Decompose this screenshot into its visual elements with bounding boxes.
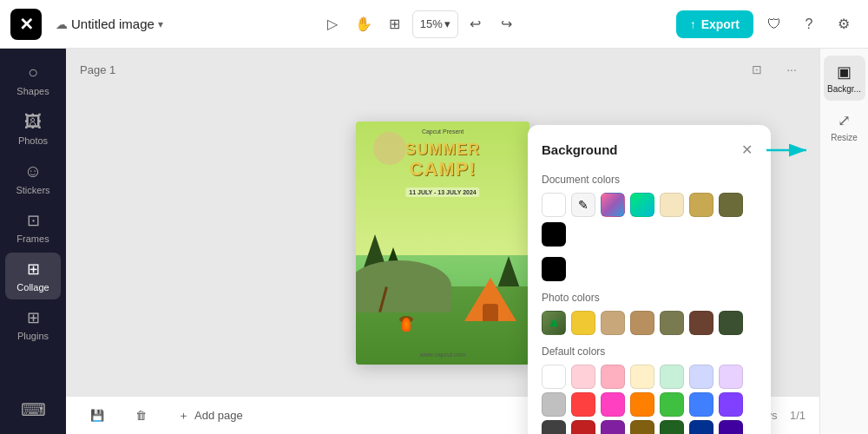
sidebar-label-photos: Photos xyxy=(18,135,48,146)
photo-colors-row: 🌲 xyxy=(542,311,757,335)
settings-button[interactable]: ⚙ xyxy=(830,10,858,38)
color-swatch-cream[interactable] xyxy=(660,193,684,217)
dc-white[interactable] xyxy=(542,365,566,389)
sidebar-label-collage: Collage xyxy=(16,282,49,293)
poster-moon xyxy=(373,132,406,165)
zoom-value: 15% xyxy=(420,17,443,30)
tab-resize[interactable]: ⤢ Resize xyxy=(824,104,865,149)
canvas-top-bar: Page 1 ⊡ ··· xyxy=(66,49,819,90)
document-title: Untitled image xyxy=(71,16,155,31)
dc-cream[interactable] xyxy=(630,365,654,389)
shapes-icon: ○ xyxy=(28,62,38,82)
shield-button[interactable]: 🛡 xyxy=(760,10,788,38)
right-panel: ▣ Backgr... ⤢ Resize xyxy=(819,49,868,434)
dc-purple[interactable] xyxy=(719,392,743,417)
resize-tab-label: Resize xyxy=(831,133,858,142)
undo-button[interactable]: ↩ xyxy=(462,10,490,38)
sidebar-item-frames[interactable]: ⊡ Frames xyxy=(5,204,61,251)
help-button[interactable]: ? xyxy=(795,10,823,38)
dc-blue[interactable] xyxy=(689,392,713,417)
title-chevron[interactable]: ▾ xyxy=(158,18,163,30)
photo-color-dark-green[interactable] xyxy=(719,311,743,335)
topbar-tools: ▷ ✋ ⊞ 15% ▾ ↩ ↪ xyxy=(319,10,521,38)
sidebar-item-stickers[interactable]: ☺ Stickers xyxy=(5,155,61,202)
page-preview: Capcut Present SUMMER CAMP! 11 JULY - 13… xyxy=(356,122,529,365)
dc-orange[interactable] xyxy=(630,392,654,417)
color-swatch-gradient2[interactable] xyxy=(630,193,654,217)
zoom-chevron-icon: ▾ xyxy=(444,17,450,30)
dc-dark-purple[interactable] xyxy=(601,420,625,434)
zoom-control[interactable]: 15% ▾ xyxy=(412,10,458,38)
dc-dark-red[interactable] xyxy=(571,420,595,434)
photo-color-olive2[interactable] xyxy=(660,311,684,335)
background-panel: Background ✕ Document colors ✎ xyxy=(528,125,771,434)
main-area: ○ Shapes 🖼 Photos ☺ Stickers ⊡ Frames ⊞ … xyxy=(0,49,868,434)
sidebar-item-keyboard[interactable]: ⌨ xyxy=(5,392,61,427)
dc-indigo[interactable] xyxy=(719,420,743,434)
default-colors-label: Default colors xyxy=(542,345,757,358)
export-icon: ↑ xyxy=(690,17,696,31)
tab-background[interactable]: ▣ Backgr... xyxy=(824,56,865,101)
sidebar-item-plugins[interactable]: ⊞ Plugins xyxy=(5,301,61,348)
add-page-button[interactable]: ＋ Add page xyxy=(168,403,253,429)
dc-lavender1[interactable] xyxy=(689,365,713,389)
delete-page-button[interactable]: 🗑 xyxy=(125,404,157,427)
save-page-button[interactable]: 💾 xyxy=(80,404,115,427)
panel-arrow xyxy=(766,141,814,160)
dc-gray[interactable] xyxy=(542,392,566,417)
redo-button[interactable]: ↪ xyxy=(493,10,521,38)
dc-mint[interactable] xyxy=(660,365,684,389)
color-swatch-white[interactable] xyxy=(542,193,566,217)
canvas-more-icon[interactable]: ··· xyxy=(778,56,806,83)
select-tool-button[interactable]: ▷ xyxy=(319,10,346,38)
panel-header: Background ✕ xyxy=(542,139,757,160)
canvas-save-icon[interactable]: ⊡ xyxy=(743,56,771,83)
dc-navy[interactable] xyxy=(689,420,713,434)
color-swatch-black[interactable] xyxy=(542,222,566,247)
poster-capcut-text: Capcut Present xyxy=(422,128,464,135)
page-indicator: 1/1 xyxy=(790,409,806,422)
sidebar-label-frames: Frames xyxy=(16,233,49,244)
dc-lavender2[interactable] xyxy=(719,365,743,389)
panel-close-button[interactable]: ✕ xyxy=(736,139,757,160)
color-swatch-olive[interactable] xyxy=(719,193,743,217)
sidebar-item-shapes[interactable]: ○ Shapes xyxy=(5,56,61,103)
dc-pink2[interactable] xyxy=(601,365,625,389)
poster-title2: CAMP! xyxy=(409,158,476,181)
photo-color-brown1[interactable] xyxy=(630,311,654,335)
photo-color-dark-brown[interactable] xyxy=(689,311,713,335)
dc-pink1[interactable] xyxy=(571,365,595,389)
background-tab-icon: ▣ xyxy=(837,62,852,82)
document-colors-row2 xyxy=(542,257,757,281)
photos-icon: 🖼 xyxy=(24,112,42,132)
color-swatch-gold[interactable] xyxy=(689,193,713,217)
add-page-label: Add page xyxy=(194,409,243,422)
poster-title1: SUMMER xyxy=(405,141,480,159)
color-swatch-gradient1[interactable] xyxy=(601,193,625,217)
dc-hot-pink[interactable] xyxy=(601,392,625,417)
dc-red[interactable] xyxy=(571,392,595,417)
dc-dark-green[interactable] xyxy=(660,420,684,434)
hand-tool-button[interactable]: ✋ xyxy=(350,10,378,38)
default-colors-grid xyxy=(542,365,757,434)
dc-dark-gray[interactable] xyxy=(542,420,566,434)
frames-icon: ⊡ xyxy=(27,211,40,230)
logo-button[interactable]: ✕ xyxy=(10,9,42,40)
color-swatch-black2[interactable] xyxy=(542,257,566,281)
sidebar-label-shapes: Shapes xyxy=(16,86,49,96)
canvas-content[interactable]: Capcut Present SUMMER CAMP! 11 JULY - 13… xyxy=(66,90,819,396)
topbar-right: ↑ Export 🛡 ? ⚙ xyxy=(676,10,858,38)
canvas-area: Page 1 ⊡ ··· Capcut Present SUMMER CAMP!… xyxy=(66,49,819,434)
collage-icon: ⊞ xyxy=(27,260,40,279)
sidebar-item-photos[interactable]: 🖼 Photos xyxy=(5,105,61,153)
layout-tool-button[interactable]: ⊞ xyxy=(381,10,409,38)
cloud-icon: ☁ xyxy=(56,17,68,31)
dc-green[interactable] xyxy=(660,392,684,417)
export-button[interactable]: ↑ Export xyxy=(676,10,753,38)
photo-color-tan[interactable] xyxy=(601,311,625,335)
sidebar-item-collage[interactable]: ⊞ Collage xyxy=(5,253,61,299)
photo-color-yellow[interactable] xyxy=(571,311,595,335)
eyedropper-button[interactable]: ✎ xyxy=(571,193,595,217)
photo-swatch-forest[interactable]: 🌲 xyxy=(542,311,566,335)
dc-dark-yellow[interactable] xyxy=(630,420,654,434)
